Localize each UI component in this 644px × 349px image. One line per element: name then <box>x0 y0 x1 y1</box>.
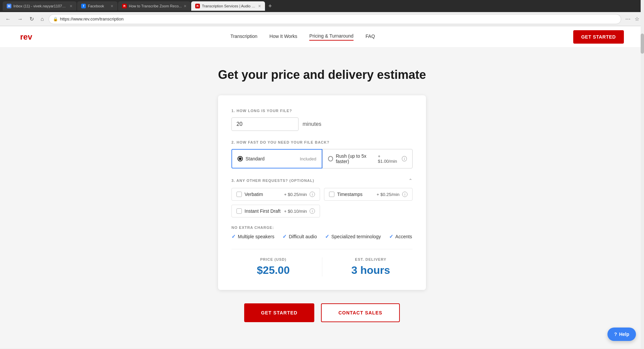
check-accents-icon: ✓ <box>389 234 393 240</box>
bookmark-button[interactable]: ☆ <box>633 14 641 23</box>
scrollbar-thumb[interactable] <box>641 34 644 54</box>
help-button[interactable]: ? Help <box>607 328 636 341</box>
checkbox-timestamps-price: + $0.25/min i <box>377 192 408 197</box>
optional-header: 3. ANY OTHER REQUESTS? (OPTIONAL) ⌃ <box>231 178 413 183</box>
checkbox-instant-draft-box <box>236 208 242 214</box>
feature-difficult-audio-label: Difficult audio <box>289 234 317 239</box>
speed-options: Standard Included Rush (up to 5x faster)… <box>231 149 413 168</box>
delivery-column: EST. DELIVERY 3 hours <box>329 257 413 277</box>
lock-icon: 🔒 <box>53 17 58 21</box>
section3-label: 3. ANY OTHER REQUESTS? (OPTIONAL) <box>231 179 314 183</box>
page-content: rev Transcription How It Works Pricing &… <box>0 26 644 348</box>
speed-option-standard[interactable]: Standard Included <box>231 149 322 168</box>
browser-tabs: M Inbox (11) - vivek.nayyar1107@... × f … <box>0 0 644 12</box>
checkbox-instant-draft[interactable]: Instant First Draft + $0.10/min i <box>231 205 320 217</box>
no-extra-label: NO EXTRA CHARGE: <box>231 226 413 230</box>
features-row: ✓ Multiple speakers ✓ Difficult audio ✓ … <box>231 234 413 240</box>
delivery-value: 3 hours <box>329 264 413 277</box>
minutes-input[interactable] <box>231 117 299 131</box>
header-get-started-button[interactable]: GET STARTED <box>573 30 624 44</box>
speed-rush-price-row: + $1.00/min i <box>378 154 407 164</box>
feature-accents-label: Accents <box>395 234 412 239</box>
tab-inbox-title: Inbox (11) - vivek.nayyar1107@... <box>13 4 68 8</box>
checkbox-verbatim-label: Verbatim <box>245 192 263 197</box>
checkbox-verbatim[interactable]: Verbatim + $0.25/min i <box>231 188 320 201</box>
bottom-get-started-button[interactable]: GET STARTED <box>244 303 314 322</box>
checkbox-timestamps-left: Timestamps <box>329 192 363 197</box>
section1-label: 1. HOW LONG IS YOUR FILE? <box>231 109 413 113</box>
check-specialized-icon: ✓ <box>325 234 329 240</box>
speed-standard-tag: Included <box>300 156 316 161</box>
pricing-result: PRICE (USD) $25.00 EST. DELIVERY 3 hours <box>231 249 413 277</box>
timestamps-info-icon[interactable]: i <box>402 192 408 197</box>
instant-draft-info-icon[interactable]: i <box>310 208 315 214</box>
tab-zoom-title: How to Transcribe Zoom Reco... <box>129 4 182 8</box>
scrollbar[interactable] <box>641 0 644 349</box>
tab-inbox[interactable]: M Inbox (11) - vivek.nayyar1107@... × <box>3 1 76 11</box>
checkbox-verbatim-box <box>236 192 242 197</box>
price-label: PRICE (USD) <box>231 257 315 261</box>
browser-toolbar: ← → ↻ ⌂ 🔒 https://www.rev.com/transcript… <box>0 12 644 26</box>
section2-label: 2. HOW FAST DO YOU NEED YOUR FILE BACK? <box>231 140 413 144</box>
site-nav: Transcription How It Works Pricing & Tur… <box>230 33 375 41</box>
nav-faq[interactable]: FAQ <box>366 34 375 40</box>
site-header: rev Transcription How It Works Pricing &… <box>0 26 644 48</box>
speed-standard-name: Standard <box>246 156 265 161</box>
check-multiple-speakers-icon: ✓ <box>231 234 236 240</box>
feature-specialized-terminology: ✓ Specialized terminology <box>325 234 381 240</box>
tab-inbox-close[interactable]: × <box>70 4 72 8</box>
address-bar[interactable]: 🔒 https://www.rev.com/transcription <box>49 14 621 24</box>
price-value: $25.00 <box>231 264 315 277</box>
rush-info-icon[interactable]: i <box>402 156 407 161</box>
check-difficult-audio-icon: ✓ <box>282 234 287 240</box>
speed-option-rush-left: Rush (up to 5x faster) <box>328 153 378 164</box>
collapse-chevron[interactable]: ⌃ <box>409 178 413 183</box>
url-text: https://www.rev.com/transcription <box>60 16 617 21</box>
nav-how-it-works[interactable]: How It Works <box>269 34 297 40</box>
price-column: PRICE (USD) $25.00 <box>231 257 315 277</box>
checkbox-verbatim-left: Verbatim <box>236 192 263 197</box>
back-button[interactable]: ← <box>3 15 13 23</box>
tab-zoom-close[interactable]: × <box>184 4 186 8</box>
radio-rush <box>328 156 333 161</box>
checkbox-instant-draft-left: Instant First Draft <box>236 208 280 214</box>
tab-facebook-title: Facebook <box>88 4 109 8</box>
checkbox-timestamps[interactable]: Timestamps + $0.25/min i <box>324 188 413 201</box>
site-logo: rev <box>20 32 32 42</box>
tab-zoom[interactable]: R How to Transcribe Zoom Reco... × <box>118 1 191 11</box>
file-length-row: minutes <box>231 117 413 131</box>
bottom-buttons: GET STARTED CONTACT SALES <box>244 303 400 322</box>
refresh-button[interactable]: ↻ <box>28 14 36 23</box>
help-icon: ? <box>614 332 617 337</box>
feature-accents: ✓ Accents <box>389 234 412 240</box>
tab-transcription[interactable]: R Transcription Services | Audio &... × <box>191 1 265 11</box>
forward-button[interactable]: → <box>15 15 25 23</box>
nav-pricing[interactable]: Pricing & Turnaround <box>309 33 354 41</box>
checkbox-timestamps-box <box>329 192 334 197</box>
tab-facebook-close[interactable]: × <box>111 4 113 8</box>
bottom-contact-sales-button[interactable]: CONTACT SALES <box>321 303 400 322</box>
verbatim-info-icon[interactable]: i <box>310 192 315 197</box>
nav-transcription[interactable]: Transcription <box>230 34 257 40</box>
new-tab-button[interactable]: + <box>266 3 275 10</box>
price-divider <box>322 257 322 277</box>
main-content: Get your price and delivery estimate 1. … <box>0 48 644 342</box>
minutes-label: minutes <box>303 121 321 127</box>
tab-facebook[interactable]: f Facebook × <box>77 1 117 11</box>
tab-transcription-title: Transcription Services | Audio &... <box>202 4 256 8</box>
more-options-button[interactable]: ⋯ <box>624 14 632 23</box>
speed-option-rush[interactable]: Rush (up to 5x faster) + $1.00/min i <box>322 149 413 168</box>
home-button[interactable]: ⌂ <box>39 15 46 23</box>
no-extra-section: NO EXTRA CHARGE: ✓ Multiple speakers ✓ D… <box>231 226 413 240</box>
page-title: Get your price and delivery estimate <box>218 68 426 82</box>
speed-rush-name: Rush (up to 5x faster) <box>336 153 378 164</box>
checkbox-instant-draft-price: + $0.10/min i <box>284 208 315 214</box>
checkbox-instant-draft-label: Instant First Draft <box>245 208 280 214</box>
help-label: Help <box>619 332 629 337</box>
radio-standard-inner <box>239 157 241 160</box>
tab-transcription-close[interactable]: × <box>258 4 261 8</box>
feature-multiple-speakers: ✓ Multiple speakers <box>231 234 274 240</box>
radio-standard <box>237 156 243 161</box>
checkbox-verbatim-price: + $0.25/min i <box>284 192 315 197</box>
calculator-card: 1. HOW LONG IS YOUR FILE? minutes 2. HOW… <box>218 95 426 290</box>
